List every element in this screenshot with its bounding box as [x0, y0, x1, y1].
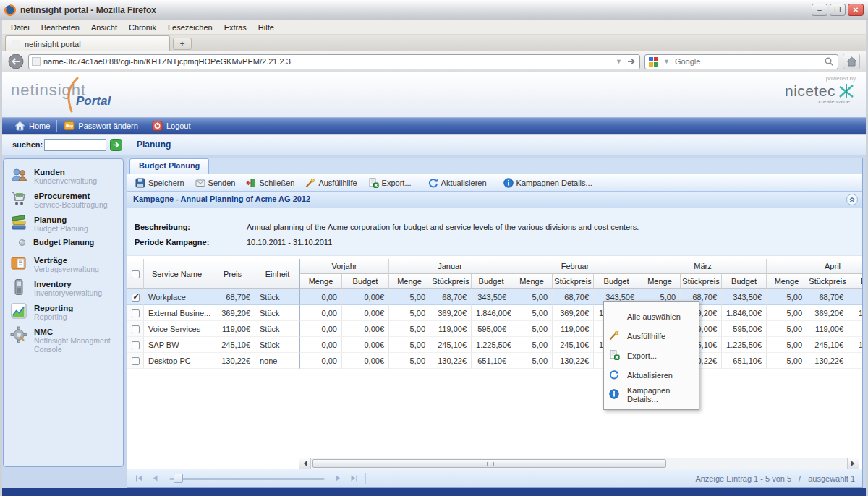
- subcolumn-header-februar-budget[interactable]: Budget: [594, 274, 639, 289]
- scroll-left-arrow[interactable]: [299, 458, 311, 469]
- sidebar-item-reporting[interactable]: ReportingReporting: [9, 302, 120, 321]
- browser-home-button[interactable]: [843, 54, 860, 69]
- cell-value[interactable]: 1.846,00€: [848, 305, 862, 321]
- search-engine-dropdown-icon[interactable]: ▼: [662, 58, 671, 65]
- group-header-vorjahr[interactable]: Vorjahr: [300, 259, 389, 274]
- row-checkbox[interactable]: [132, 341, 140, 349]
- subcolumn-header-april-st-ckpreis[interactable]: Stückpreis: [807, 274, 848, 289]
- tab-budget-planung[interactable]: Budget Planung: [129, 158, 209, 174]
- cell-value[interactable]: 119,00€: [807, 321, 848, 337]
- cell-value[interactable]: 130,22€: [430, 353, 472, 369]
- menu-chronik[interactable]: Chronik: [123, 22, 162, 33]
- cell-value[interactable]: 245,10€: [807, 337, 848, 353]
- new-tab-button[interactable]: +: [173, 38, 192, 50]
- cell-value[interactable]: 5,00: [511, 305, 553, 321]
- table-row[interactable]: SAP BW245,10€Stück0,000,00€5,00245,10€1.…: [127, 337, 862, 353]
- context-menu-kampagnen-details[interactable]: Kampagnen Details...: [604, 385, 699, 404]
- cell-value[interactable]: 5,00: [767, 337, 807, 353]
- group-header-m-rz[interactable]: März: [639, 259, 767, 274]
- cell-value[interactable]: 651,10€: [848, 353, 862, 369]
- cell-value[interactable]: 1.225,50€: [848, 337, 862, 353]
- toolbar-speichern-button[interactable]: Speichern: [130, 176, 190, 189]
- group-header-februar[interactable]: Februar: [511, 259, 639, 274]
- sidebar-item-eprocurement[interactable]: eProcurementService-Beauftragung: [9, 190, 120, 209]
- cell-value[interactable]: 0,00€: [342, 289, 389, 305]
- table-row[interactable]: Desktop PC130,22€none0,000,00€5,00130,22…: [127, 353, 862, 369]
- cell-value[interactable]: 68,70€: [807, 289, 848, 305]
- sidebar-item-kunden[interactable]: KundenKundenverwaltung: [9, 166, 120, 185]
- row-select-cell[interactable]: [127, 289, 144, 305]
- subcolumn-header-februar-menge[interactable]: Menge: [511, 274, 553, 289]
- table-row[interactable]: Workplace68,70€Stück0,000,00€5,0068,70€3…: [127, 289, 862, 305]
- menu-bearbeiten[interactable]: Bearbeiten: [35, 22, 85, 33]
- cell-value[interactable]: 0,00: [300, 305, 342, 321]
- search-bar[interactable]: ▼: [644, 54, 838, 69]
- cell-service-name[interactable]: SAP BW: [144, 337, 210, 353]
- last-page-button[interactable]: [349, 474, 359, 484]
- subcolumn-header-januar-menge[interactable]: Menge: [389, 274, 430, 289]
- cell-value[interactable]: 0,00: [300, 321, 342, 337]
- toolbar-aktualisieren-button[interactable]: Aktualisieren: [423, 176, 492, 189]
- cell-value[interactable]: 0,00€: [342, 337, 389, 353]
- cell-value[interactable]: 245,10€: [430, 337, 472, 353]
- cell-value[interactable]: 343,50€: [848, 289, 862, 305]
- cell-value[interactable]: 343,50€: [722, 289, 767, 305]
- first-page-button[interactable]: [135, 474, 145, 484]
- magnifier-icon[interactable]: [824, 56, 834, 67]
- cell-value[interactable]: 369,20€: [553, 305, 594, 321]
- cell-value[interactable]: 68,70€: [210, 289, 255, 305]
- menu-ansicht[interactable]: Ansicht: [85, 22, 123, 33]
- column-header-preis[interactable]: Preis: [210, 259, 255, 289]
- url-dropdown-icon[interactable]: ▼: [614, 58, 624, 65]
- cell-value[interactable]: 5,00: [511, 337, 553, 353]
- web-search-input[interactable]: [675, 57, 820, 66]
- context-menu-ausf-llhilfe[interactable]: Ausfüllhilfe: [604, 326, 699, 346]
- cell-value[interactable]: Stück: [255, 305, 300, 321]
- toolbar-schlie-en-button[interactable]: Schließen: [241, 176, 299, 189]
- cell-value[interactable]: 5,00: [389, 337, 430, 353]
- collapse-panel-button[interactable]: [846, 194, 858, 205]
- select-all-header[interactable]: [127, 259, 144, 289]
- subcolumn-header-m-rz-st-ckpreis[interactable]: Stückpreis: [681, 274, 722, 289]
- page-slider-handle[interactable]: [174, 474, 183, 483]
- cell-value[interactable]: 5,00: [389, 321, 430, 337]
- navbar-logout-button[interactable]: Logout: [145, 119, 197, 132]
- cell-value[interactable]: 5,00: [511, 353, 553, 369]
- sidebar-item-nmc[interactable]: NMCNetInsight Managment Console: [9, 326, 120, 354]
- toolbar-kampagnen-details-button[interactable]: Kampagnen Details...: [498, 176, 597, 189]
- subcolumn-header-vorjahr-budget[interactable]: Budget: [342, 274, 389, 289]
- subcolumn-header-januar-budget[interactable]: Budget: [472, 274, 511, 289]
- portal-search-input[interactable]: [44, 139, 106, 151]
- url-bar[interactable]: ▼: [28, 54, 640, 69]
- column-header-einheit[interactable]: Einheit: [255, 259, 300, 289]
- cell-value[interactable]: 0,00: [300, 289, 342, 305]
- cell-value[interactable]: 0,00€: [342, 305, 389, 321]
- window-titlebar[interactable]: netinsight portal - Mozilla Firefox – ❐ …: [0, 0, 868, 20]
- scroll-right-arrow[interactable]: [847, 458, 859, 469]
- toolbar-export-button[interactable]: Export...: [363, 176, 417, 189]
- cell-value[interactable]: 595,00€: [722, 321, 767, 337]
- next-page-button[interactable]: [333, 474, 344, 484]
- cell-value[interactable]: 0,00€: [342, 321, 389, 337]
- cell-value[interactable]: 5,00: [767, 321, 807, 337]
- context-menu-alle-ausw-hlen[interactable]: Alle auswählen: [604, 307, 699, 326]
- close-button[interactable]: ✕: [848, 4, 864, 16]
- minimize-button[interactable]: –: [812, 4, 827, 16]
- sidebar-item-inventory[interactable]: InventoryInventoryverwaltung: [9, 278, 120, 297]
- column-header-service-name[interactable]: Service Name: [144, 259, 210, 289]
- cell-service-name[interactable]: Workplace: [144, 289, 210, 305]
- cell-value[interactable]: 5,00: [389, 353, 430, 369]
- row-select-cell[interactable]: [127, 305, 144, 321]
- cell-value[interactable]: Stück: [255, 337, 300, 353]
- subcolumn-header-m-rz-budget[interactable]: Budget: [722, 274, 767, 289]
- cell-value[interactable]: Stück: [255, 289, 300, 305]
- navbar-passwort-ndern-button[interactable]: Passwort ändern: [57, 119, 145, 132]
- subcolumn-header-januar-st-ckpreis[interactable]: Stückpreis: [430, 274, 472, 289]
- cell-value[interactable]: 369,20€: [807, 305, 848, 321]
- browser-tab[interactable]: netinsight portal: [5, 35, 170, 51]
- cell-value[interactable]: 5,00: [767, 353, 807, 369]
- cell-service-name[interactable]: External Busine...: [144, 305, 210, 321]
- row-select-cell[interactable]: [127, 353, 144, 369]
- cell-service-name[interactable]: Voice Services: [144, 321, 210, 337]
- cell-value[interactable]: 595,00€: [472, 321, 511, 337]
